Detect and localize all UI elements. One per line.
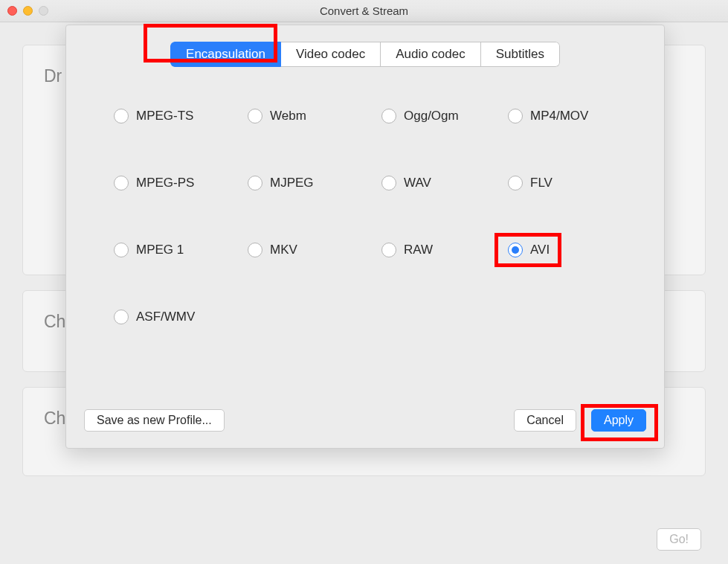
radio-raw[interactable]: RAW [381, 243, 508, 257]
profile-modal: Encapsulation Video codec Audio codec Su… [65, 25, 665, 449]
tab-bar: Encapsulation Video codec Audio codec Su… [84, 42, 646, 67]
radio-label: Ogg/Ogm [404, 109, 459, 124]
radio-label: AVI [530, 243, 550, 257]
radio-ogg-ogm[interactable]: Ogg/Ogm [381, 109, 508, 124]
save-as-new-profile-button[interactable]: Save as new Profile... [84, 409, 225, 432]
main-area: Dr Ch Ch Stream Save as File Go! Encapsu… [0, 22, 728, 564]
radio-icon [248, 176, 262, 190]
radio-label: MKV [270, 243, 297, 257]
radio-wav[interactable]: WAV [381, 176, 508, 190]
radio-icon [114, 176, 129, 190]
radio-mpeg-ps[interactable]: MPEG-PS [114, 176, 248, 190]
radio-mjpeg[interactable]: MJPEG [248, 176, 381, 190]
radio-label: MPEG-PS [136, 176, 194, 190]
tab-video-codec[interactable]: Video codec [281, 42, 381, 67]
tab-audio-codec[interactable]: Audio codec [381, 42, 481, 67]
radio-avi[interactable]: AVI [508, 243, 627, 257]
encapsulation-options: MPEG-TSWebmOgg/OgmMP4/MOVMPEG-PSMJPEGWAV… [114, 109, 646, 324]
radio-icon [114, 109, 129, 124]
radio-mkv[interactable]: MKV [248, 243, 381, 257]
radio-icon [114, 310, 129, 324]
go-button: Go! [657, 528, 701, 551]
radio-icon [114, 243, 129, 257]
radio-icon [508, 109, 523, 124]
radio-label: ASF/WMV [136, 310, 195, 324]
radio-icon [248, 109, 262, 124]
radio-label: MPEG-TS [136, 109, 193, 124]
radio-label: WAV [404, 176, 431, 190]
modal-footer: Save as new Profile... Cancel Apply [84, 409, 646, 432]
window-title: Convert & Stream [0, 4, 728, 17]
radio-asf-wmv[interactable]: ASF/WMV [114, 310, 248, 324]
radio-label: FLV [530, 176, 553, 190]
cancel-button[interactable]: Cancel [514, 409, 576, 432]
radio-mp4-mov[interactable]: MP4/MOV [508, 109, 627, 124]
radio-icon [248, 243, 262, 257]
apply-button[interactable]: Apply [591, 409, 646, 432]
maximize-icon [39, 6, 48, 16]
window-controls [7, 6, 48, 16]
radio-icon [381, 243, 396, 257]
tab-encapsulation[interactable]: Encapsulation [170, 42, 281, 67]
radio-label: MJPEG [270, 176, 314, 190]
radio-icon [381, 176, 396, 190]
tab-subtitles[interactable]: Subtitles [481, 42, 560, 67]
close-icon[interactable] [7, 6, 17, 16]
radio-webm[interactable]: Webm [248, 109, 381, 124]
radio-label: MP4/MOV [530, 109, 588, 124]
radio-flv[interactable]: FLV [508, 176, 627, 190]
radio-mpeg-1[interactable]: MPEG 1 [114, 243, 248, 257]
radio-label: MPEG 1 [136, 243, 184, 257]
radio-label: Webm [270, 109, 306, 124]
titlebar: Convert & Stream [0, 0, 728, 22]
radio-icon [381, 109, 396, 124]
radio-label: RAW [404, 243, 433, 257]
minimize-icon[interactable] [23, 6, 33, 16]
radio-mpeg-ts[interactable]: MPEG-TS [114, 109, 248, 124]
radio-icon [508, 243, 523, 257]
radio-icon [508, 176, 523, 190]
